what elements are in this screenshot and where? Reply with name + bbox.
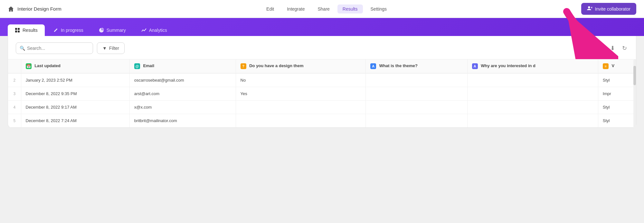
table-header-row: 📅 Last updated @ Email ? Do you have a d… [8,59,636,73]
search-icon: 🔍 [20,46,25,51]
col-header-theme[interactable]: A What is the theme? [366,59,467,73]
col-header-extra[interactable]: ≡ V [598,59,636,73]
table-row[interactable]: 4 December 8, 2022 9:17 AM x@x.com Styl [8,101,636,114]
col-icon-why-interested: A [472,63,478,69]
cell-why-interested [467,114,598,128]
nav-edit[interactable]: Edit [261,4,279,13]
svg-rect-2 [15,31,17,32]
pie-icon [99,28,104,33]
invite-collaborator-button[interactable]: Invite collaborator [581,3,636,15]
in-progress-tab-icon [53,28,58,33]
cell-email: arst@art.com [129,87,236,101]
content-card: 🔍 ▼ Filter Help? ⬇ ↻ 📅 [8,36,636,128]
cell-design-theme: No [236,73,366,87]
col-icon-last-updated: 📅 [26,63,32,69]
tab-analytics-label: Analytics [149,28,167,33]
col-icon-design-theme: ? [241,63,246,69]
home-link[interactable]: Interior Design Form [8,6,62,12]
search-input[interactable] [16,42,93,54]
cell-theme [366,73,467,87]
nav-right-actions: Invite collaborator [581,3,636,15]
top-navigation: Interior Design Form Edit Integrate Shar… [0,0,644,18]
tab-summary-label: Summary [107,28,126,33]
tab-in-progress[interactable]: In progress [46,24,90,36]
cell-design-theme: Yes [236,87,366,101]
svg-rect-1 [18,28,20,30]
results-tab-icon [15,28,20,33]
col-header-design-theme[interactable]: ? Do you have a design them [236,59,366,73]
tab-results-label: Results [23,28,38,33]
col-icon-email: @ [134,63,140,69]
tab-analytics[interactable]: Analytics [134,24,174,36]
nav-results[interactable]: Results [337,4,363,13]
cell-row-num: 2 [8,73,21,87]
cell-last-updated: January 2, 2023 2:52 PM [21,73,129,87]
cell-extra: Styl [598,73,636,87]
table-right-actions: Help? ⬇ ↻ [593,43,628,53]
app-title: Interior Design Form [17,6,62,12]
cell-theme [366,87,467,101]
cell-email: oscarrosebeat@gmail.com [129,73,236,87]
person-plus-icon [587,6,592,11]
home-icon [8,6,14,12]
edit-icon [53,28,58,33]
download-button[interactable]: ⬇ [609,43,616,53]
filter-button[interactable]: ▼ Filter [97,42,125,54]
col-header-last-updated[interactable]: 📅 Last updated [21,59,129,73]
col-header-why-interested[interactable]: A Why are you interested in d [467,59,598,73]
cell-email: x@x.com [129,101,236,114]
invite-button-label: Invite collaborator [595,6,630,12]
tab-in-progress-label: In progress [61,28,83,33]
help-link[interactable]: Help? [593,46,604,51]
nav-share[interactable]: Share [312,4,335,13]
results-table: 📅 Last updated @ Email ? Do you have a d… [8,59,636,128]
cell-row-num: 5 [8,114,21,128]
summary-tab-icon [99,28,104,33]
tabs-row: Results In progress Summary [8,24,636,36]
cell-why-interested [467,101,598,114]
col-header-row-num [8,59,21,73]
svg-rect-3 [18,31,20,32]
cell-last-updated: December 8, 2022 9:35 PM [21,87,129,101]
main-content: 🔍 ▼ Filter Help? ⬇ ↻ 📅 [0,36,644,128]
analytics-tab-icon [141,28,147,33]
cell-extra: Styl [598,114,636,128]
table-body: 2 January 2, 2023 2:52 PM oscarrosebeat@… [8,73,636,128]
cell-last-updated: December 8, 2022 9:17 AM [21,101,129,114]
filter-icon: ▼ [102,46,107,51]
nav-integrate[interactable]: Integrate [282,4,310,13]
filter-button-label: Filter [109,46,119,51]
invite-icon [587,6,592,12]
table-row[interactable]: 2 January 2, 2023 2:52 PM oscarrosebeat@… [8,73,636,87]
cell-why-interested [467,87,598,101]
table-row[interactable]: 3 December 8, 2022 9:35 PM arst@art.com … [8,87,636,101]
refresh-button[interactable]: ↻ [621,43,628,53]
col-icon-extra: ≡ [603,63,609,69]
search-filter-bar: 🔍 ▼ Filter Help? ⬇ ↻ [8,36,636,59]
table-scrollbar[interactable] [633,59,636,128]
nav-settings[interactable]: Settings [365,4,392,13]
table-row[interactable]: 5 December 8, 2022 7:24 AM britbrit@mail… [8,114,636,128]
cell-design-theme [236,101,366,114]
tab-summary[interactable]: Summary [92,24,133,36]
cell-extra: Styl [598,101,636,114]
table-scrollbar-thumb [633,66,636,85]
grid-icon [15,28,20,33]
cell-design-theme [236,114,366,128]
col-icon-theme: A [370,63,376,69]
col-header-email[interactable]: @ Email [129,59,236,73]
cell-why-interested [467,73,598,87]
cell-last-updated: December 8, 2022 7:24 AM [21,114,129,128]
search-input-wrapper: 🔍 [16,42,93,54]
cell-theme [366,101,467,114]
cell-extra: Impr [598,87,636,101]
nav-links-group: Edit Integrate Share Results Settings [72,4,582,13]
cell-row-num: 3 [8,87,21,101]
sub-header: Results In progress Summary [0,18,644,36]
cell-email: britbrit@mailinator.com [129,114,236,128]
cell-theme [366,114,467,128]
tab-results[interactable]: Results [8,24,45,36]
svg-rect-0 [15,28,17,30]
chart-icon [141,28,147,33]
data-table-wrap: 📅 Last updated @ Email ? Do you have a d… [8,59,636,128]
